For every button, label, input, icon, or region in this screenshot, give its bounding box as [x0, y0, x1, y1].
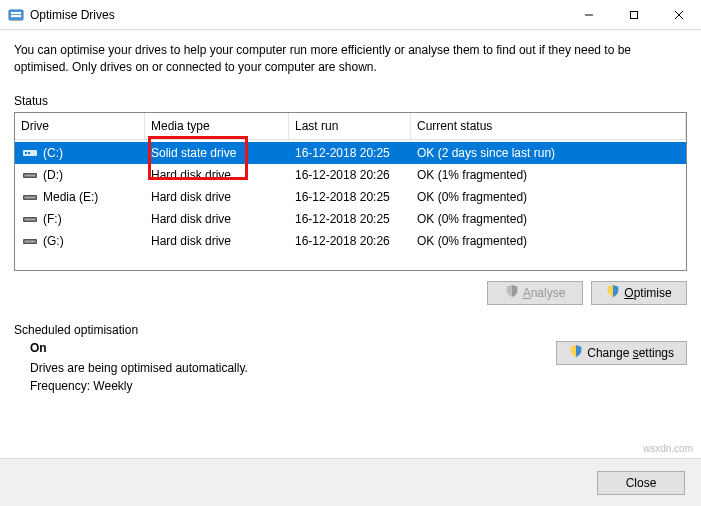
drive-name-cell: Media (E:) — [15, 188, 145, 206]
drive-name: (F:) — [43, 212, 62, 226]
last-run-cell: 16-12-2018 20:25 — [289, 210, 411, 228]
column-header-last-run[interactable]: Last run — [289, 113, 411, 139]
minimize-button[interactable] — [566, 0, 611, 29]
drive-icon — [21, 147, 39, 159]
window-controls — [566, 0, 701, 29]
svg-rect-17 — [25, 241, 36, 243]
media-type-cell: Solid state drive — [145, 144, 289, 162]
change-settings-label: Change settings — [587, 346, 674, 360]
drive-name: (D:) — [43, 168, 63, 182]
action-button-row: Analyse Optimise — [14, 271, 687, 319]
media-type-cell: Hard disk drive — [145, 166, 289, 184]
bottom-bar: Close — [0, 458, 701, 506]
svg-rect-1 — [11, 12, 21, 14]
drive-icon — [21, 169, 39, 181]
svg-rect-8 — [25, 152, 27, 154]
drive-icon — [21, 191, 39, 203]
scheduled-section-label: Scheduled optimisation — [14, 323, 687, 337]
scheduled-frequency-text: Frequency: Weekly — [30, 379, 556, 393]
drive-row[interactable]: (C:)Solid state drive16-12-2018 20:25OK … — [15, 142, 686, 164]
status-cell: OK (1% fragmented) — [411, 166, 686, 184]
window-title: Optimise Drives — [30, 8, 566, 22]
maximize-button[interactable] — [611, 0, 656, 29]
shield-icon — [505, 284, 519, 301]
media-type-cell: Hard disk drive — [145, 210, 289, 228]
svg-rect-4 — [630, 11, 637, 18]
status-cell: OK (2 days since last run) — [411, 144, 686, 162]
analyse-label: Analyse — [523, 286, 566, 300]
status-cell: OK (0% fragmented) — [411, 232, 686, 250]
svg-rect-13 — [25, 197, 36, 199]
svg-rect-9 — [28, 152, 30, 154]
shield-icon — [606, 284, 620, 301]
drive-icon — [21, 213, 39, 225]
drive-name-cell: (G:) — [15, 232, 145, 250]
drive-name: (C:) — [43, 146, 63, 160]
svg-rect-11 — [25, 175, 36, 177]
description-text: You can optimise your drives to help you… — [14, 42, 687, 76]
column-header-media[interactable]: Media type — [145, 113, 289, 139]
close-button[interactable]: Close — [597, 471, 685, 495]
last-run-cell: 16-12-2018 20:25 — [289, 188, 411, 206]
optimise-label: Optimise — [624, 286, 671, 300]
media-type-cell: Hard disk drive — [145, 188, 289, 206]
app-icon — [8, 7, 24, 23]
last-run-cell: 16-12-2018 20:25 — [289, 144, 411, 162]
status-section-label: Status — [14, 94, 687, 108]
scheduled-on-text: On — [30, 341, 556, 355]
drive-row[interactable]: Media (E:)Hard disk drive16-12-2018 20:2… — [15, 186, 686, 208]
svg-rect-15 — [25, 219, 36, 221]
watermark-text: wsxdn.com — [643, 443, 693, 454]
analyse-button[interactable]: Analyse — [487, 281, 583, 305]
column-header-status[interactable]: Current status — [411, 113, 686, 139]
status-cell: OK (0% fragmented) — [411, 210, 686, 228]
drive-name-cell: (D:) — [15, 166, 145, 184]
drive-list-header: Drive Media type Last run Current status — [15, 113, 686, 140]
change-settings-button[interactable]: Change settings — [556, 341, 687, 365]
drive-row[interactable]: (D:)Hard disk drive16-12-2018 20:26OK (1… — [15, 164, 686, 186]
drive-row[interactable]: (F:)Hard disk drive16-12-2018 20:25OK (0… — [15, 208, 686, 230]
scheduled-desc-text: Drives are being optimised automatically… — [30, 361, 556, 375]
drive-name-cell: (F:) — [15, 210, 145, 228]
drive-name: Media (E:) — [43, 190, 98, 204]
drive-list: Drive Media type Last run Current status… — [14, 112, 687, 271]
shield-icon — [569, 344, 583, 361]
drive-icon — [21, 235, 39, 247]
last-run-cell: 16-12-2018 20:26 — [289, 166, 411, 184]
media-type-cell: Hard disk drive — [145, 232, 289, 250]
drive-name-cell: (C:) — [15, 144, 145, 162]
close-label: Close — [626, 476, 657, 490]
optimise-button[interactable]: Optimise — [591, 281, 687, 305]
status-cell: OK (0% fragmented) — [411, 188, 686, 206]
svg-rect-2 — [11, 15, 21, 17]
drive-row[interactable]: (G:)Hard disk drive16-12-2018 20:26OK (0… — [15, 230, 686, 252]
titlebar: Optimise Drives — [0, 0, 701, 30]
last-run-cell: 16-12-2018 20:26 — [289, 232, 411, 250]
close-window-button[interactable] — [656, 0, 701, 29]
drive-name: (G:) — [43, 234, 64, 248]
column-header-drive[interactable]: Drive — [15, 113, 145, 139]
